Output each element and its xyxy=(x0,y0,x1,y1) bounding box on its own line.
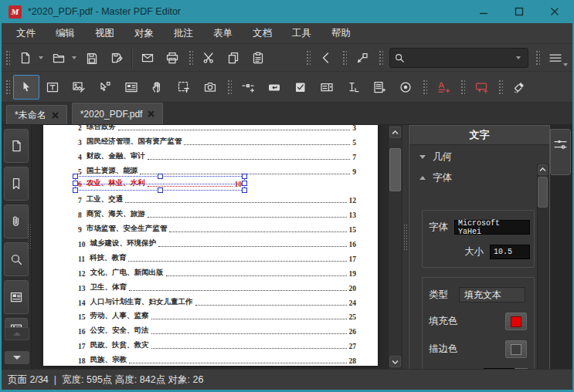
selection-handle[interactable] xyxy=(158,188,163,193)
maximize-button[interactable] xyxy=(501,0,537,23)
line-width-spinner[interactable] xyxy=(515,368,528,369)
search-dropdown-icon[interactable] xyxy=(516,56,521,59)
toc-row[interactable]: 18民族、宗教28 xyxy=(43,352,378,367)
scroll-up-button[interactable] xyxy=(389,127,401,138)
toolbar-grip[interactable] xyxy=(422,79,427,96)
paste-button[interactable] xyxy=(246,46,270,69)
toc-row[interactable]: 7工业、交通12 xyxy=(43,191,378,206)
select-text-button[interactable] xyxy=(171,75,197,100)
document-view[interactable]: 2综合政务33国民经济管理、国有资产监管54财政、金融、审计75国土资源、能源9… xyxy=(32,125,402,369)
sidebar-grip[interactable] xyxy=(27,224,31,250)
properties-tab[interactable] xyxy=(550,129,571,175)
combo-box-tool[interactable] xyxy=(314,75,340,100)
panel-splitter[interactable] xyxy=(402,125,409,369)
radio-button-tool[interactable] xyxy=(392,75,419,100)
add-text-annotation-button[interactable] xyxy=(430,75,457,100)
toc-row[interactable]: 14人口与计划生育、妇女儿童工作24 xyxy=(43,294,378,309)
toolbar-grip[interactable] xyxy=(535,49,540,66)
selection-handle[interactable] xyxy=(73,188,78,193)
toolbar-grip[interactable] xyxy=(341,49,347,66)
save-button[interactable] xyxy=(80,46,104,69)
menu-view[interactable]: 视图 xyxy=(85,24,124,43)
toc-row-selected[interactable]: 6农业、林业、水利10 xyxy=(43,177,378,192)
fit-page-button[interactable] xyxy=(350,46,375,69)
toc-row[interactable]: 12文化、广电、新闻出版19 xyxy=(43,265,378,279)
selection-handle[interactable] xyxy=(73,174,78,179)
toolbar-grip[interactable] xyxy=(5,79,10,96)
text-field-tool[interactable] xyxy=(340,75,366,100)
layers-button[interactable] xyxy=(4,280,29,314)
toolbar-grip[interactable] xyxy=(460,79,465,96)
add-link-button[interactable] xyxy=(235,75,261,100)
toc-row[interactable]: 10城乡建设、环境保护16 xyxy=(43,235,378,250)
menu-object[interactable]: 对象 xyxy=(124,24,164,43)
scroll-down-button[interactable] xyxy=(389,356,401,367)
add-callout-button[interactable] xyxy=(468,75,494,100)
bookmarks-button[interactable] xyxy=(4,167,29,201)
document-scrollbar[interactable] xyxy=(388,125,402,369)
list-box-tool[interactable] xyxy=(366,75,392,100)
open-file-button[interactable] xyxy=(46,46,71,69)
search-input[interactable] xyxy=(405,52,515,64)
toc-row[interactable]: 4财政、金融、审计7 xyxy=(43,148,378,163)
save-as-button[interactable] xyxy=(104,46,129,69)
selection-handle[interactable] xyxy=(242,174,247,179)
checkbox-tool[interactable] xyxy=(287,75,314,100)
hand-pan-button[interactable] xyxy=(144,75,171,100)
edit-path-button[interactable] xyxy=(92,75,118,100)
toc-row[interactable]: 16公安、安全、司法26 xyxy=(43,323,378,337)
menu-help[interactable]: 帮助 xyxy=(321,24,361,43)
menu-forms[interactable]: 表单 xyxy=(203,24,243,43)
copy-button[interactable] xyxy=(221,46,246,69)
tab-2020-pdf[interactable]: *2020_PDF.pdf xyxy=(72,103,164,124)
menu-edit[interactable]: 编辑 xyxy=(46,24,85,43)
cut-button[interactable] xyxy=(196,46,221,69)
menu-tools[interactable]: 工具 xyxy=(282,24,321,43)
menu-annotate[interactable]: 批注 xyxy=(164,24,203,43)
toolbar-grip[interactable] xyxy=(226,79,232,96)
toc-row[interactable]: 5国土资源、能源9 xyxy=(43,163,378,177)
toolbar-grip[interactable] xyxy=(188,49,193,66)
eraser-button[interactable] xyxy=(506,75,532,100)
panel-scroll-up-button[interactable] xyxy=(538,164,548,175)
attachments-button[interactable] xyxy=(4,204,29,238)
page-thumbnails-button[interactable] xyxy=(4,129,29,163)
search-panel-button[interactable] xyxy=(4,242,29,276)
send-email-button[interactable] xyxy=(135,46,160,69)
toc-row[interactable]: 15劳动、人事、监察25 xyxy=(43,309,378,323)
tab-untitled[interactable]: *未命名 xyxy=(6,105,67,124)
snapshot-button[interactable] xyxy=(197,75,223,100)
toc-row[interactable]: 3国民经济管理、国有资产监管5 xyxy=(43,133,378,148)
edit-text-button[interactable] xyxy=(39,75,66,100)
minimize-button[interactable] xyxy=(466,0,501,23)
stroke-color-button[interactable] xyxy=(505,340,527,358)
tab-close-icon[interactable] xyxy=(52,112,59,119)
print-button[interactable] xyxy=(160,46,185,69)
font-name-input[interactable]: Microsoft YaHei xyxy=(454,220,530,235)
toc-row[interactable]: 2综合政务3 xyxy=(43,125,378,133)
select-object-button[interactable] xyxy=(13,75,39,100)
selection-handle[interactable] xyxy=(158,174,163,179)
line-width-input[interactable]: 1 xyxy=(484,368,515,369)
selection-handle[interactable] xyxy=(73,181,78,186)
toolbar-grip[interactable] xyxy=(5,49,10,66)
panel-scrollbar[interactable] xyxy=(537,164,549,369)
edit-image-button[interactable] xyxy=(66,75,92,100)
close-button[interactable] xyxy=(537,0,572,23)
font-size-input[interactable]: 10.5 xyxy=(490,245,530,259)
toolbar-grip[interactable] xyxy=(498,79,503,96)
tab-close-icon[interactable] xyxy=(148,110,155,117)
navigate-back-button[interactable] xyxy=(314,46,338,69)
toc-row[interactable]: 17民政、扶贫、救灾27 xyxy=(43,337,378,352)
section-font[interactable]: 字体 xyxy=(409,166,538,187)
sidebar-scroll-down-button[interactable] xyxy=(5,351,29,364)
fill-color-button[interactable] xyxy=(505,313,527,330)
pdf-page[interactable]: 2综合政务33国民经济管理、国有资产监管54财政、金融、审计75国土资源、能源9… xyxy=(43,125,378,366)
edit-forms-button[interactable] xyxy=(118,75,144,100)
type-select[interactable]: 填充文本 xyxy=(459,287,525,302)
menu-file[interactable]: 文件 xyxy=(6,24,46,43)
toolbar-grip[interactable] xyxy=(378,49,383,66)
scrollbar-thumb[interactable] xyxy=(389,148,401,191)
selection-handle[interactable] xyxy=(242,181,247,186)
toc-row[interactable]: 9市场监管、安全生产监管15 xyxy=(43,221,378,235)
